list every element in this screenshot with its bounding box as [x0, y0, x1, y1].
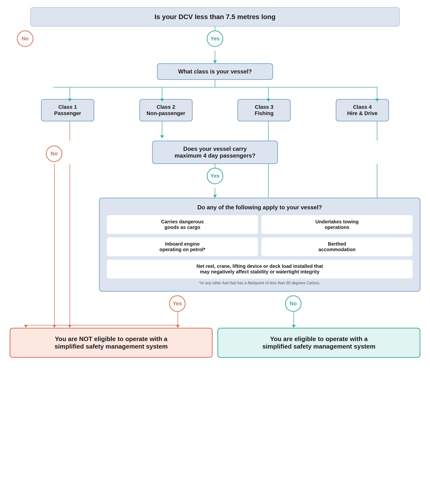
v-class1-cont2	[70, 164, 70, 188]
v-yes-apply	[215, 188, 215, 195]
passengers-to-yes-connector: Yes	[10, 164, 420, 188]
result-not-eligible-box: You are NOT eligible to operate with asi…	[10, 328, 213, 358]
class-boxes-row: Class 1Passenger Class 2Non-passenger Cl…	[10, 99, 420, 121]
yes-to-apply-connector	[10, 188, 420, 198]
yes-circle-apply: Yes	[169, 295, 185, 312]
top-question-row: Is your DCV less than 7.5 metres long	[10, 7, 420, 27]
v-class3-down	[268, 121, 269, 141]
arrow-eligible	[292, 325, 296, 328]
to-results-connector	[10, 316, 420, 328]
v-drop-class3	[268, 87, 269, 99]
arrow-not-eligible-4	[176, 325, 180, 328]
apply-items-grid: Carries dangerousgoods as cargo Undertak…	[107, 215, 412, 256]
apply-footnote: *or any other fuel that has a flashpoint…	[107, 281, 412, 285]
apply-item-2: Undertakes towingoperations	[261, 215, 412, 234]
class2-box: Class 2Non-passenger	[139, 99, 193, 121]
v-class3-cont	[268, 164, 269, 188]
yes-circle-top: Yes	[207, 30, 223, 47]
class-question-row: What class is your vessel?	[10, 63, 420, 80]
no-circle-passengers: No	[46, 145, 62, 162]
arrow-class3	[266, 99, 270, 101]
no-circle-apply: No	[285, 295, 301, 312]
class-to-passengers-connector	[10, 121, 420, 141]
first-circles-row: No Yes	[10, 27, 420, 51]
arrow-class4	[375, 99, 379, 101]
v-class1-cont3	[70, 188, 70, 198]
v-class1-final	[70, 316, 70, 325]
v-drop-class2	[162, 87, 162, 99]
v-class2-down	[162, 121, 162, 136]
v-class3-into-apply	[268, 188, 269, 198]
v-no-pass-below-apply	[54, 291, 55, 316]
h-red-to-not-eligible	[26, 325, 178, 325]
arrow-not-eligible-3	[68, 325, 72, 328]
arrow-to-class	[213, 60, 217, 63]
arrow-class2	[160, 99, 164, 101]
apply-box-container: Do any of the following apply to your ve…	[99, 198, 420, 291]
passengers-question-box: Does your vessel carrymaximum 4 day pass…	[152, 141, 278, 164]
class4-label: Class 4Hire & Drive	[347, 104, 377, 116]
no-circle-apply-node: No	[285, 295, 301, 312]
class1-box: Class 1Passenger	[41, 99, 94, 121]
v-class1-down	[70, 121, 70, 141]
flowchart: Is your DCV less than 7.5 metres long No…	[10, 7, 420, 358]
yes-circle-passengers: Yes	[207, 168, 223, 184]
apply-box-title: Do any of the following apply to your ve…	[107, 204, 412, 211]
class1-label: Class 1Passenger	[54, 104, 81, 116]
v-line-yes-to-class	[215, 51, 215, 60]
v-no-to-result	[293, 316, 294, 325]
class-question-box: What class is your vessel?	[157, 63, 273, 80]
v-class4-into-apply	[377, 188, 377, 198]
apply-item-3: Inboard engineoperating on petrol*	[107, 237, 258, 256]
arrow-to-passengers	[160, 135, 164, 138]
h-line-classes	[53, 87, 377, 88]
v-no-circle-down	[293, 312, 294, 316]
passengers-question-text: Does your vessel carrymaximum 4 day pass…	[175, 145, 255, 159]
apply-item-full: Net reel, crane, lifting device or deck …	[107, 260, 412, 279]
apply-item-1: Carries dangerousgoods as cargo	[107, 215, 258, 234]
no-circle-passengers-node: No	[46, 145, 62, 162]
v-no-pass-final	[54, 316, 55, 325]
apply-section-wrapper: Do any of the following apply to your ve…	[10, 198, 420, 291]
arrow-to-apply	[213, 195, 217, 198]
apply-box: Do any of the following apply to your ve…	[99, 198, 420, 291]
v-no-passengers-cont	[54, 164, 55, 188]
v-drop-class4	[377, 87, 377, 99]
result-eligible-box: You are eligible to operate with asimpli…	[217, 328, 420, 358]
class3-label: Class 3Fishing	[254, 104, 273, 116]
arrow-not-eligible-1	[24, 325, 28, 328]
v-yes-to-result	[177, 316, 178, 325]
v-class1-below-apply	[70, 291, 70, 316]
apply-result-circles-row: Yes No	[10, 291, 420, 316]
yes-circle-node: Yes	[207, 30, 223, 47]
apply-item-4: Berthedaccommodation	[261, 237, 412, 256]
no-circle-node: No	[17, 30, 33, 47]
v-drop-class1	[70, 87, 70, 99]
yes-circle-passengers-node: Yes	[207, 168, 223, 184]
arrow-class1	[68, 99, 72, 101]
v-class1-alongside-apply	[70, 198, 70, 291]
class3-box: Class 3Fishing	[237, 99, 291, 121]
class2-label: Class 2Non-passenger	[147, 104, 185, 116]
yes-circle-apply-node: Yes	[169, 295, 185, 312]
v-class4-cont	[377, 164, 377, 188]
v-no-passengers-cont2	[54, 188, 55, 198]
results-row: You are NOT eligible to operate with asi…	[10, 328, 420, 358]
class4-box: Class 4Hire & Drive	[336, 99, 389, 121]
v-class4-down	[377, 121, 377, 141]
top-question-box: Is your DCV less than 7.5 metres long	[30, 7, 400, 27]
class-connector-area	[10, 80, 420, 99]
v-drop-from-class-q	[215, 80, 215, 87]
no-circle-top: No	[17, 30, 33, 47]
v-no-pass-alongside-apply	[54, 198, 55, 291]
passengers-question-row: No Does your vessel carrymaximum 4 day p…	[10, 141, 420, 164]
arrow-not-eligible-2	[53, 325, 56, 328]
v-yes-circle-down	[177, 312, 178, 316]
